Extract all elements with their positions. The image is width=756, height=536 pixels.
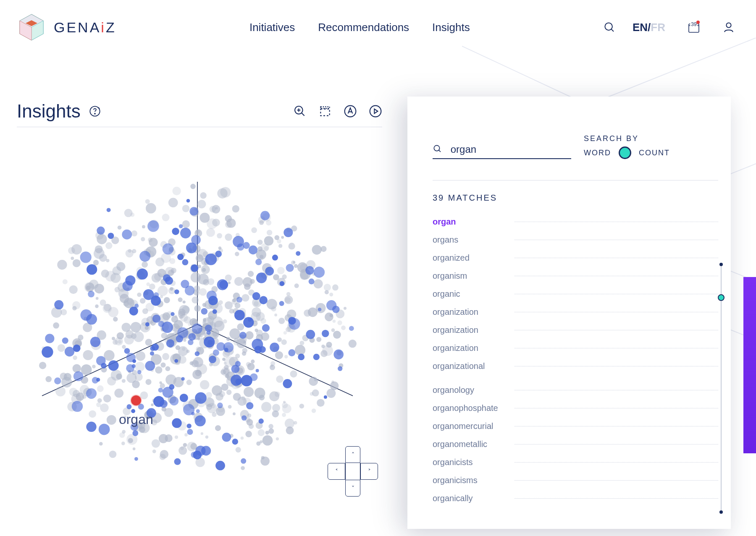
help-icon[interactable] (89, 105, 101, 117)
svg-point-444 (291, 261, 295, 265)
embedding-scatter-plot[interactable]: organ ˄ ˂ ˃ ˅ (17, 144, 378, 505)
focused-point[interactable] (131, 395, 141, 405)
svg-point-211 (160, 450, 169, 459)
svg-point-105 (236, 447, 241, 452)
svg-point-792 (54, 300, 63, 309)
svg-point-769 (222, 433, 231, 442)
svg-point-547 (99, 254, 107, 262)
pan-up-button[interactable]: ˄ (345, 446, 360, 463)
search-by-toggle[interactable] (619, 146, 631, 159)
language-toggle[interactable]: EN/FR (633, 21, 665, 34)
match-row[interactable]: organ (433, 213, 718, 231)
match-word[interactable]: organicisms (433, 476, 506, 485)
nav-insights[interactable]: Insights (432, 21, 470, 34)
search-by-word-option[interactable]: WORD (584, 149, 611, 157)
match-row-rule (514, 276, 718, 276)
select-rect-tool-icon[interactable] (318, 105, 332, 118)
svg-point-322 (92, 365, 96, 369)
svg-point-438 (152, 450, 156, 453)
match-word[interactable]: organized (433, 253, 506, 263)
svg-point-534 (325, 290, 329, 294)
plot-dots (17, 144, 378, 505)
results-scrollbar-thumb[interactable] (718, 294, 724, 301)
search-input[interactable] (450, 143, 571, 156)
svg-point-803 (434, 145, 439, 151)
match-row[interactable]: organization (433, 321, 718, 339)
svg-point-701 (99, 424, 110, 435)
match-word[interactable]: organization (433, 343, 506, 353)
results-scrollbar-track[interactable] (721, 264, 722, 512)
text-label-tool-icon[interactable] (344, 105, 357, 118)
pan-left-button[interactable]: ˂ (328, 463, 345, 480)
match-row[interactable]: organomercurial (433, 417, 718, 435)
svg-point-734 (265, 267, 274, 275)
svg-point-346 (308, 307, 318, 317)
pan-right-button[interactable]: ˃ (360, 463, 378, 480)
svg-point-697 (97, 227, 105, 235)
match-row[interactable]: organism (433, 267, 718, 285)
match-word[interactable]: organization (433, 325, 506, 335)
match-row[interactable]: organization (433, 303, 718, 321)
pan-down-button[interactable]: ˅ (345, 480, 360, 497)
nav-initiatives[interactable]: Initiatives (249, 21, 295, 34)
scrollbar-bottom-cap (719, 510, 723, 514)
svg-point-714 (338, 366, 342, 371)
match-word[interactable]: organization (433, 307, 506, 317)
notifications-icon[interactable]: 39 (686, 20, 701, 35)
match-row[interactable]: organophosphate (433, 399, 718, 417)
svg-point-267 (333, 331, 341, 339)
match-row[interactable]: organicists (433, 453, 718, 471)
match-row[interactable]: organically (433, 489, 718, 507)
svg-point-690 (137, 269, 148, 280)
svg-point-655 (90, 337, 101, 347)
side-drawer-handle[interactable] (743, 277, 756, 453)
svg-point-117 (251, 360, 255, 363)
svg-point-673 (192, 323, 202, 334)
match-row[interactable]: organizational (433, 357, 718, 375)
match-word[interactable]: organomercurial (433, 421, 506, 431)
svg-point-507 (299, 404, 304, 409)
svg-point-661 (188, 333, 196, 340)
user-menu-icon[interactable] (722, 21, 735, 34)
match-row[interactable]: organology (433, 381, 718, 399)
search-by-count-option[interactable]: COUNT (639, 149, 670, 157)
svg-point-398 (118, 225, 122, 230)
match-word[interactable]: organicists (433, 458, 506, 467)
play-tool-icon[interactable] (369, 105, 382, 118)
svg-point-54 (89, 410, 96, 418)
match-word[interactable]: organic (433, 289, 506, 299)
match-row[interactable]: organic (433, 285, 718, 303)
zoom-tool-icon[interactable] (293, 105, 307, 118)
svg-point-18 (370, 106, 381, 117)
match-row[interactable]: organized (433, 249, 718, 267)
svg-point-728 (177, 254, 184, 260)
nav-recommendations[interactable]: Recommendations (318, 21, 409, 34)
match-word[interactable]: organophosphate (433, 403, 506, 413)
match-word[interactable]: organizational (433, 361, 506, 371)
svg-point-368 (241, 437, 244, 440)
match-word[interactable]: organometallic (433, 439, 506, 449)
svg-point-576 (257, 240, 262, 245)
svg-point-192 (164, 297, 170, 303)
svg-point-65 (205, 436, 208, 439)
svg-point-463 (190, 361, 194, 365)
match-word[interactable]: organs (433, 235, 506, 245)
match-row[interactable]: organometallic (433, 435, 718, 453)
svg-point-556 (133, 447, 136, 450)
svg-point-104 (215, 425, 221, 431)
match-row[interactable]: organicisms (433, 471, 718, 489)
svg-point-774 (191, 264, 198, 272)
svg-point-539 (73, 259, 81, 267)
match-word[interactable]: organ (433, 217, 506, 227)
global-search-icon[interactable] (603, 21, 616, 34)
match-word[interactable]: organism (433, 271, 506, 281)
match-row[interactable]: organs (433, 231, 718, 249)
svg-point-790 (231, 375, 242, 386)
brand-block[interactable]: GENAiZ (17, 13, 116, 42)
match-row[interactable]: organization (433, 339, 718, 357)
svg-point-721 (233, 236, 244, 247)
match-word[interactable]: organically (433, 494, 506, 503)
svg-point-796 (134, 304, 139, 308)
match-word[interactable]: organology (433, 385, 506, 395)
svg-point-620 (260, 255, 264, 259)
